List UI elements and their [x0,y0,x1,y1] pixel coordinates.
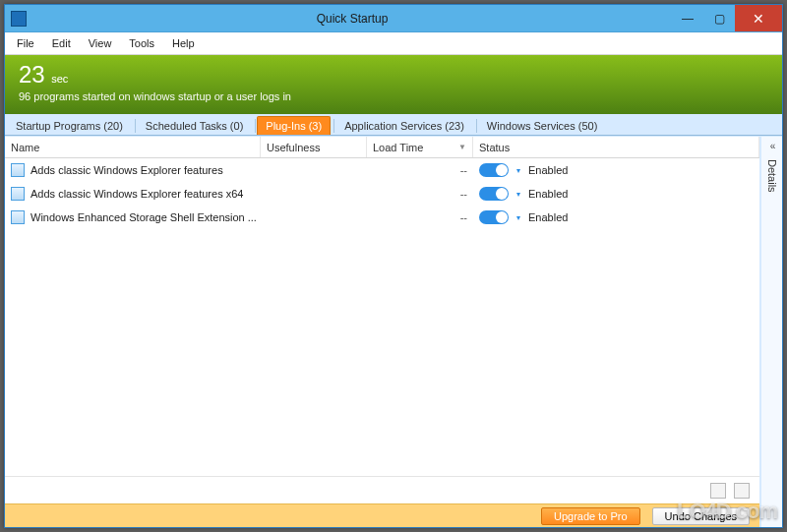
list-item[interactable]: Adds classic Windows Explorer features -… [5,158,759,182]
sort-desc-icon: ▼ [458,143,466,151]
details-label: Details [766,159,778,193]
window-controls: — ▢ ✕ [672,5,782,31]
minimize-button[interactable]: — [672,5,703,31]
tab-plugins[interactable]: Plug-Ins (3) [257,116,331,135]
column-name[interactable]: Name [5,137,261,157]
item-loadtime: -- [367,164,473,176]
item-loadtime: -- [367,188,473,200]
chevron-down-icon[interactable]: ▾ [516,190,520,199]
titlebar: Quick Startup — ▢ ✕ [5,5,782,32]
item-status-label: Enabled [528,164,568,176]
tab-separator [476,119,477,133]
chevron-down-icon[interactable]: ▾ [516,166,520,175]
toolbar-footer [5,476,759,503]
upgrade-button[interactable]: Upgrade to Pro [541,507,640,525]
column-loadtime-label: Load Time [373,142,423,153]
app-icon [11,11,27,27]
item-loadtime: -- [367,211,473,223]
summary-subtext: 96 programs started on windows startup o… [19,90,768,102]
tab-windows-services[interactable]: Windows Services (50) [478,116,606,135]
enable-toggle[interactable] [479,210,509,224]
enable-toggle[interactable] [479,163,509,177]
tab-separator [135,119,136,133]
item-name: Adds classic Windows Explorer features x… [30,188,243,200]
startup-seconds: 23 [19,61,45,88]
item-list: Adds classic Windows Explorer features -… [5,158,759,476]
tab-bar: Startup Programs (20) Scheduled Tasks (0… [5,114,782,136]
details-sidepanel[interactable]: « Details [760,137,782,527]
menu-tools[interactable]: Tools [121,34,162,52]
status-bar: Upgrade to Pro Undo Changes [5,503,759,527]
startup-seconds-unit: sec [51,73,68,85]
close-button[interactable]: ✕ [735,5,782,31]
list-item[interactable]: Adds classic Windows Explorer features x… [5,182,759,206]
undo-changes-button[interactable]: Undo Changes [652,507,750,525]
action-icon-1[interactable] [710,483,726,499]
column-headers: Name Usefulness Load Time ▼ Status [5,137,759,158]
enable-toggle[interactable] [479,187,509,201]
item-status-label: Enabled [528,188,568,200]
menu-view[interactable]: View [81,34,120,52]
column-status[interactable]: Status [473,137,759,157]
plugin-icon [11,210,25,224]
content-body: Name Usefulness Load Time ▼ Status Adds … [5,136,782,527]
app-window: Quick Startup — ▢ ✕ File Edit View Tools… [4,4,783,528]
list-item[interactable]: Windows Enhanced Storage Shell Extension… [5,206,759,229]
tab-application-services[interactable]: Application Services (23) [335,116,473,135]
tab-scheduled-tasks[interactable]: Scheduled Tasks (0) [137,116,252,135]
maximize-button[interactable]: ▢ [703,5,735,31]
item-name: Windows Enhanced Storage Shell Extension… [30,211,257,223]
tab-separator [333,119,334,133]
tab-startup-programs[interactable]: Startup Programs (20) [7,116,132,135]
menu-file[interactable]: File [9,34,42,52]
action-icon-2[interactable] [734,483,750,499]
item-name: Adds classic Windows Explorer features [30,164,223,176]
plugin-icon [11,163,25,177]
column-usefulness[interactable]: Usefulness [261,137,367,157]
plugin-icon [11,187,25,201]
tab-separator [255,119,256,133]
menu-help[interactable]: Help [164,34,203,52]
summary-banner: 23 sec 96 programs started on windows st… [5,55,782,114]
collapse-chevrons-icon[interactable]: « [770,141,774,151]
main-panel: Name Usefulness Load Time ▼ Status Adds … [5,137,760,527]
menu-bar: File Edit View Tools Help [5,32,782,55]
column-loadtime[interactable]: Load Time ▼ [367,137,473,157]
menu-edit[interactable]: Edit [44,34,79,52]
window-title: Quick Startup [32,12,672,26]
item-status-label: Enabled [528,211,568,223]
chevron-down-icon[interactable]: ▾ [516,213,520,222]
